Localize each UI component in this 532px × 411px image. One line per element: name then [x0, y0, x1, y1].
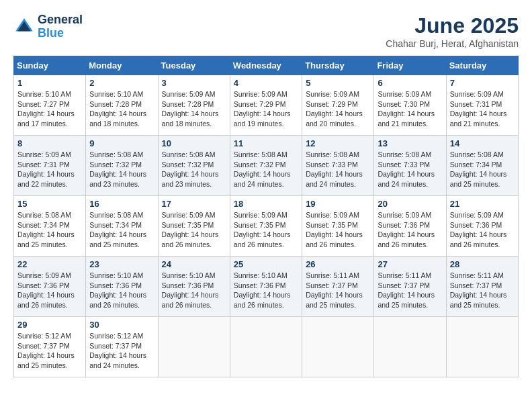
- day-info: Sunrise: 5:11 AM Sunset: 7:37 PM Dayligh…: [306, 271, 370, 310]
- calendar-cell: 21 Sunrise: 5:09 AM Sunset: 7:36 PM Dayl…: [446, 196, 518, 257]
- day-number: 29: [17, 320, 82, 330]
- day-info: Sunrise: 5:08 AM Sunset: 7:32 PM Dayligh…: [162, 150, 226, 189]
- calendar-cell: 3 Sunrise: 5:09 AM Sunset: 7:28 PM Dayli…: [158, 75, 230, 136]
- day-info: Sunrise: 5:09 AM Sunset: 7:28 PM Dayligh…: [162, 89, 226, 129]
- calendar-cell: 16 Sunrise: 5:08 AM Sunset: 7:34 PM Dayl…: [86, 196, 158, 257]
- calendar-cell: 5 Sunrise: 5:09 AM Sunset: 7:29 PM Dayli…: [302, 75, 374, 136]
- day-number: 2: [89, 78, 154, 88]
- calendar-cell: 24 Sunrise: 5:10 AM Sunset: 7:36 PM Dayl…: [158, 257, 230, 317]
- day-number: 4: [234, 78, 298, 88]
- day-number: 25: [234, 259, 298, 269]
- calendar-cell: 7 Sunrise: 5:09 AM Sunset: 7:31 PM Dayli…: [446, 75, 518, 136]
- day-number: 10: [162, 138, 226, 148]
- day-number: 23: [89, 259, 154, 269]
- month-title: June 2025: [386, 13, 519, 38]
- calendar-cell: 29 Sunrise: 5:12 AM Sunset: 7:37 PM Dayl…: [14, 317, 86, 377]
- day-number: 20: [378, 199, 442, 209]
- day-number: 13: [378, 138, 442, 148]
- calendar-cell: 2 Sunrise: 5:10 AM Sunset: 7:28 PM Dayli…: [86, 75, 158, 136]
- header-friday: Friday: [374, 56, 446, 75]
- day-number: 14: [450, 138, 515, 148]
- header-sunday: Sunday: [14, 56, 86, 75]
- header-monday: Monday: [86, 56, 158, 75]
- calendar-cell: 9 Sunrise: 5:08 AM Sunset: 7:32 PM Dayli…: [86, 136, 158, 196]
- day-info: Sunrise: 5:09 AM Sunset: 7:36 PM Dayligh…: [378, 210, 442, 250]
- page-header: General Blue June 2025 Chahar Burj, Hera…: [13, 13, 519, 49]
- day-info: Sunrise: 5:08 AM Sunset: 7:34 PM Dayligh…: [89, 210, 154, 250]
- calendar-cell: 18 Sunrise: 5:09 AM Sunset: 7:35 PM Dayl…: [230, 196, 302, 257]
- day-number: 26: [306, 259, 370, 269]
- day-info: Sunrise: 5:10 AM Sunset: 7:36 PM Dayligh…: [162, 271, 226, 310]
- day-info: Sunrise: 5:10 AM Sunset: 7:27 PM Dayligh…: [17, 89, 82, 129]
- calendar-cell: 26 Sunrise: 5:11 AM Sunset: 7:37 PM Dayl…: [302, 257, 374, 317]
- day-number: 19: [306, 199, 370, 209]
- calendar-cell: 13 Sunrise: 5:08 AM Sunset: 7:33 PM Dayl…: [374, 136, 446, 196]
- calendar-cell: [230, 317, 302, 377]
- day-info: Sunrise: 5:10 AM Sunset: 7:36 PM Dayligh…: [89, 271, 154, 310]
- day-info: Sunrise: 5:11 AM Sunset: 7:37 PM Dayligh…: [378, 271, 442, 310]
- day-info: Sunrise: 5:09 AM Sunset: 7:36 PM Dayligh…: [17, 271, 82, 310]
- day-number: 7: [450, 78, 515, 88]
- calendar-cell: 20 Sunrise: 5:09 AM Sunset: 7:36 PM Dayl…: [374, 196, 446, 257]
- calendar-header-row: SundayMondayTuesdayWednesdayThursdayFrid…: [14, 56, 519, 75]
- day-info: Sunrise: 5:08 AM Sunset: 7:32 PM Dayligh…: [89, 150, 154, 189]
- calendar-cell: 28 Sunrise: 5:11 AM Sunset: 7:37 PM Dayl…: [446, 257, 518, 317]
- header-wednesday: Wednesday: [230, 56, 302, 75]
- day-number: 24: [162, 259, 226, 269]
- calendar-cell: 27 Sunrise: 5:11 AM Sunset: 7:37 PM Dayl…: [374, 257, 446, 317]
- logo-line1: General: [38, 13, 83, 27]
- calendar-cell: [302, 317, 374, 377]
- logo-icon: [13, 16, 35, 38]
- calendar-cell: 17 Sunrise: 5:09 AM Sunset: 7:35 PM Dayl…: [158, 196, 230, 257]
- day-info: Sunrise: 5:12 AM Sunset: 7:37 PM Dayligh…: [89, 331, 154, 371]
- calendar-cell: [446, 317, 518, 377]
- header-thursday: Thursday: [302, 56, 374, 75]
- day-number: 5: [306, 78, 370, 88]
- day-number: 21: [450, 199, 515, 209]
- day-info: Sunrise: 5:09 AM Sunset: 7:31 PM Dayligh…: [17, 150, 82, 189]
- calendar-cell: 19 Sunrise: 5:09 AM Sunset: 7:35 PM Dayl…: [302, 196, 374, 257]
- calendar-cell: 10 Sunrise: 5:08 AM Sunset: 7:32 PM Dayl…: [158, 136, 230, 196]
- day-info: Sunrise: 5:10 AM Sunset: 7:28 PM Dayligh…: [89, 89, 154, 129]
- day-info: Sunrise: 5:09 AM Sunset: 7:35 PM Dayligh…: [306, 210, 370, 250]
- day-number: 27: [378, 259, 442, 269]
- logo-line2: Blue: [38, 27, 83, 40]
- day-number: 6: [378, 78, 442, 88]
- day-info: Sunrise: 5:08 AM Sunset: 7:33 PM Dayligh…: [378, 150, 442, 189]
- calendar-cell: 15 Sunrise: 5:08 AM Sunset: 7:34 PM Dayl…: [14, 196, 86, 257]
- day-number: 18: [234, 199, 298, 209]
- day-number: 22: [17, 259, 82, 269]
- day-info: Sunrise: 5:09 AM Sunset: 7:35 PM Dayligh…: [162, 210, 226, 250]
- calendar-week-2: 8 Sunrise: 5:09 AM Sunset: 7:31 PM Dayli…: [14, 136, 519, 196]
- day-number: 30: [89, 320, 154, 330]
- calendar-week-5: 29 Sunrise: 5:12 AM Sunset: 7:37 PM Dayl…: [14, 317, 519, 377]
- day-number: 17: [162, 199, 226, 209]
- logo: General Blue: [13, 13, 83, 40]
- calendar-cell: 8 Sunrise: 5:09 AM Sunset: 7:31 PM Dayli…: [14, 136, 86, 196]
- calendar-cell: 4 Sunrise: 5:09 AM Sunset: 7:29 PM Dayli…: [230, 75, 302, 136]
- location: Chahar Burj, Herat, Afghanistan: [386, 38, 519, 49]
- calendar-cell: 22 Sunrise: 5:09 AM Sunset: 7:36 PM Dayl…: [14, 257, 86, 317]
- day-number: 8: [17, 138, 82, 148]
- day-number: 16: [89, 199, 154, 209]
- day-number: 11: [234, 138, 298, 148]
- calendar-cell: 25 Sunrise: 5:10 AM Sunset: 7:36 PM Dayl…: [230, 257, 302, 317]
- calendar-cell: 11 Sunrise: 5:08 AM Sunset: 7:32 PM Dayl…: [230, 136, 302, 196]
- calendar-week-4: 22 Sunrise: 5:09 AM Sunset: 7:36 PM Dayl…: [14, 257, 519, 317]
- calendar-week-1: 1 Sunrise: 5:10 AM Sunset: 7:27 PM Dayli…: [14, 75, 519, 136]
- day-info: Sunrise: 5:09 AM Sunset: 7:35 PM Dayligh…: [234, 210, 298, 250]
- calendar-cell: 6 Sunrise: 5:09 AM Sunset: 7:30 PM Dayli…: [374, 75, 446, 136]
- calendar-cell: 1 Sunrise: 5:10 AM Sunset: 7:27 PM Dayli…: [14, 75, 86, 136]
- day-info: Sunrise: 5:09 AM Sunset: 7:29 PM Dayligh…: [234, 89, 298, 129]
- day-info: Sunrise: 5:08 AM Sunset: 7:32 PM Dayligh…: [234, 150, 298, 189]
- calendar-table: SundayMondayTuesdayWednesdayThursdayFrid…: [13, 56, 519, 377]
- day-number: 9: [89, 138, 154, 148]
- day-number: 3: [162, 78, 226, 88]
- logo-text: General Blue: [38, 13, 83, 40]
- day-info: Sunrise: 5:11 AM Sunset: 7:37 PM Dayligh…: [450, 271, 515, 310]
- calendar-cell: 12 Sunrise: 5:08 AM Sunset: 7:33 PM Dayl…: [302, 136, 374, 196]
- title-block: June 2025 Chahar Burj, Herat, Afghanista…: [386, 13, 519, 49]
- day-info: Sunrise: 5:09 AM Sunset: 7:36 PM Dayligh…: [450, 210, 515, 250]
- day-number: 1: [17, 78, 82, 88]
- day-info: Sunrise: 5:10 AM Sunset: 7:36 PM Dayligh…: [234, 271, 298, 310]
